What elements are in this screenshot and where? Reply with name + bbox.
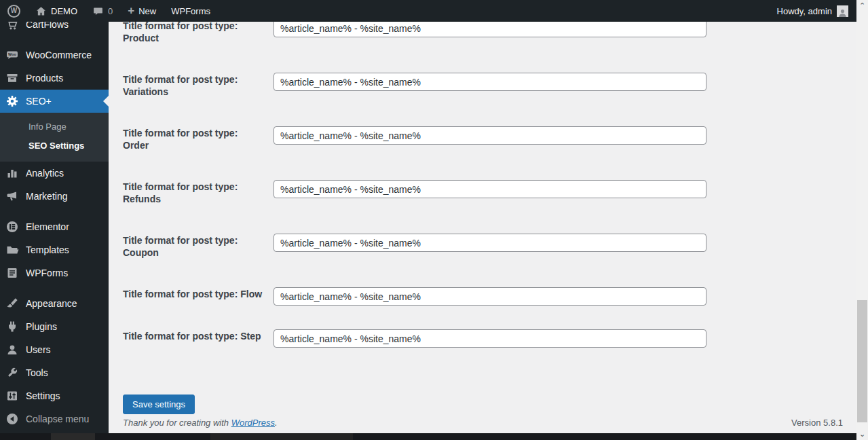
svg-text:Woo: Woo xyxy=(8,52,16,56)
admin-bar-left: W DEMO 0 + New WPForms xyxy=(0,0,218,22)
plus-icon: + xyxy=(128,5,134,16)
title-format-input[interactable] xyxy=(273,329,706,348)
howdy-account-link[interactable]: Howdy, admin xyxy=(777,6,832,16)
elementor-icon xyxy=(5,220,19,234)
sidebar-item-settings[interactable]: Settings xyxy=(0,384,109,407)
wrench-icon xyxy=(5,366,19,380)
new-content-menu[interactable]: + New xyxy=(120,0,164,22)
wpforms-adminbar-label: WPForms xyxy=(171,6,210,16)
products-box-icon xyxy=(5,71,19,85)
field-row: Title format for post type:Variations xyxy=(123,71,856,98)
megaphone-icon xyxy=(5,189,19,203)
menu-separator xyxy=(0,36,109,43)
form-clipboard-icon xyxy=(5,266,19,280)
comments-link[interactable]: 0 xyxy=(85,0,120,22)
woocommerce-icon: Woo xyxy=(5,48,19,62)
sidebar-item-label: WooCommerce xyxy=(26,50,92,60)
field-label: Title format for post type:Coupon xyxy=(123,232,273,259)
sidebar-item-collapse-menu[interactable]: Collapse menu xyxy=(0,407,109,430)
field-row: Title format for post type: Step xyxy=(123,328,856,348)
sidebar-subitem-info-page[interactable]: Info Page xyxy=(0,117,109,136)
title-format-input[interactable] xyxy=(273,234,706,252)
sidebar-item-tools[interactable]: Tools xyxy=(0,361,109,384)
brush-icon xyxy=(5,297,19,310)
sidebar-item-wpforms[interactable]: WPForms xyxy=(0,261,109,285)
scroll-up-icon[interactable]: ⌃ xyxy=(856,0,868,12)
main-content: Title format for post type:ProductTitle … xyxy=(109,0,856,433)
title-format-input[interactable] xyxy=(273,73,706,91)
field-label-line: Title format for post type: xyxy=(123,234,273,246)
menu-separator xyxy=(0,208,109,215)
sidebar-item-marketing[interactable]: Marketing xyxy=(0,185,109,208)
title-format-input[interactable] xyxy=(273,126,706,145)
field-label-line: Title format for post type: Flow xyxy=(123,288,273,300)
footer-thanks: Thank you for creating with WordPress. xyxy=(123,418,278,428)
wpforms-adminbar-menu[interactable]: WPForms xyxy=(164,0,218,22)
sidebar-item-templates[interactable]: Templates xyxy=(0,238,109,261)
sidebar-item-appearance[interactable]: Appearance xyxy=(0,292,109,315)
bar-chart-icon xyxy=(5,166,19,180)
field-row: Title format for post type:Order xyxy=(123,125,856,151)
sidebar-item-analytics[interactable]: Analytics xyxy=(0,162,109,185)
footer-thanks-suffix: . xyxy=(275,418,278,428)
sidebar-item-woocommerce[interactable]: WooWooCommerce xyxy=(0,43,109,67)
field-label: Title format for post type:Variations xyxy=(123,71,273,98)
title-format-input[interactable] xyxy=(273,180,706,198)
scroll-down-icon[interactable]: ⌄ xyxy=(856,428,868,440)
new-label: New xyxy=(138,6,156,16)
field-label: Title format for post type:Refunds xyxy=(123,179,273,205)
field-label-line: Title format for post type: xyxy=(123,181,273,193)
folder-icon xyxy=(5,243,19,257)
sidebar-item-elementor[interactable]: Elementor xyxy=(0,215,109,238)
field-label-line: Order xyxy=(123,139,273,151)
save-settings-button[interactable]: Save settings xyxy=(123,395,195,414)
sidebar-item-users[interactable]: Users xyxy=(0,338,109,361)
field-label: Title format for post type: Flow xyxy=(123,286,273,300)
site-link[interactable]: DEMO xyxy=(28,0,85,22)
field-row: Title format for post type:Coupon xyxy=(123,232,856,259)
wordpress-link[interactable]: WordPress xyxy=(231,418,275,428)
sidebar: CartFlowsWooWooCommerceProductsSEO+Info … xyxy=(0,0,109,440)
field-label-line: Coupon xyxy=(123,246,273,259)
vertical-scrollbar: ⌃ ⌄ xyxy=(856,0,868,440)
field-label-line: Product xyxy=(123,32,273,44)
sidebar-item-label: Tools xyxy=(26,367,48,378)
sidebar-item-label: Analytics xyxy=(26,168,64,179)
active-item-arrow xyxy=(103,96,109,107)
sidebar-subitem-seo-settings[interactable]: SEO Settings xyxy=(0,136,109,155)
avatar[interactable] xyxy=(837,5,848,17)
plugin-icon xyxy=(5,320,19,333)
sidebar-item-label: Marketing xyxy=(26,191,67,202)
wordpress-menu[interactable]: W xyxy=(0,0,28,22)
bottom-edge-strip xyxy=(0,433,856,440)
title-format-input[interactable] xyxy=(273,19,706,37)
sidebar-item-label: Templates xyxy=(26,244,69,255)
sidebar-item-label: Users xyxy=(26,344,51,355)
sidebar-item-label: Products xyxy=(26,73,63,84)
sidebar-item-plugins[interactable]: Plugins xyxy=(0,315,109,338)
field-label-line: Title format for post type: Step xyxy=(123,330,273,342)
footer: Thank you for creating with WordPress. V… xyxy=(123,418,843,428)
title-format-input[interactable] xyxy=(273,287,706,306)
settings-sliders-icon xyxy=(5,389,19,403)
field-label: Title format for post type: Step xyxy=(123,328,273,342)
footer-thanks-text: Thank you for creating with xyxy=(123,418,231,428)
field-row: Title format for post type:Refunds xyxy=(123,179,856,205)
sidebar-menu: CartFlowsWooWooCommerceProductsSEO+Info … xyxy=(0,0,109,430)
comment-count: 0 xyxy=(108,6,113,16)
gear-icon xyxy=(5,94,19,108)
bottom-edge-segment xyxy=(51,433,95,440)
sidebar-item-label: Appearance xyxy=(26,298,77,309)
sidebar-item-seo[interactable]: SEO+ xyxy=(0,90,109,113)
field-label-line: Title format for post type: xyxy=(123,73,273,86)
sidebar-item-products[interactable]: Products xyxy=(0,67,109,90)
field-label-line: Refunds xyxy=(123,193,273,205)
site-name: DEMO xyxy=(51,6,77,16)
scrollbar-thumb[interactable] xyxy=(857,300,867,422)
admin-bar: W DEMO 0 + New WPForms Howdy, admin xyxy=(0,0,856,22)
comments-icon xyxy=(92,5,104,17)
sidebar-item-label: Plugins xyxy=(26,321,57,332)
sidebar-submenu: Info PageSEO Settings xyxy=(0,113,109,162)
admin-bar-right: Howdy, admin xyxy=(777,0,856,22)
home-icon xyxy=(35,5,47,17)
